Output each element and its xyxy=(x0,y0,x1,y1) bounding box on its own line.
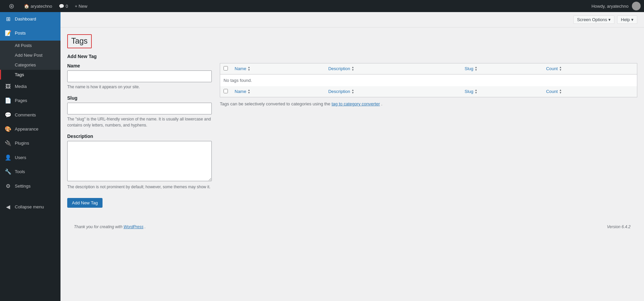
add-new-tag-button[interactable]: Add New Tag xyxy=(67,198,103,208)
sort-name-footer-link[interactable]: Name ▲▼ xyxy=(235,89,250,94)
add-new-heading: Add New Tag xyxy=(67,54,637,59)
sidebar-item-media[interactable]: 🖼 Media xyxy=(0,80,61,94)
submenu-all-posts[interactable]: All Posts xyxy=(0,41,61,50)
count-sort-arrows: ▲▼ xyxy=(559,66,562,71)
screen-options-button[interactable]: Screen Options ▾ xyxy=(573,15,615,24)
sort-slug-footer-link[interactable]: Slug ▲▼ xyxy=(465,89,477,94)
name-input[interactable] xyxy=(67,70,212,82)
col-footer-name: Name ▲▼ xyxy=(231,86,325,97)
tags-table: Name ▲▼ Description ▲▼ xyxy=(220,63,637,97)
sidebar-item-plugins[interactable]: 🔌 Plugins xyxy=(0,136,61,150)
submenu-add-new-post[interactable]: Add New Post xyxy=(0,50,61,60)
col-header-name: Name ▲▼ xyxy=(231,63,325,74)
screen-options-arrow-icon: ▾ xyxy=(608,17,611,22)
sort-name-link[interactable]: Name ▲▼ xyxy=(235,66,250,71)
comment-icon: 💬 xyxy=(59,4,64,9)
sort-slug-link[interactable]: Slug ▲▼ xyxy=(465,66,477,71)
comments-item[interactable]: 💬 0 xyxy=(56,0,71,12)
description-textarea[interactable] xyxy=(67,141,212,181)
footer-thank-you: Thank you for creating with xyxy=(74,224,122,229)
sidebar-item-label: Posts xyxy=(15,30,26,36)
col-header-slug: Slug ▲▼ xyxy=(461,63,542,74)
users-icon: 👤 xyxy=(5,154,11,161)
submenu-tags[interactable]: Tags xyxy=(0,70,61,80)
plugins-icon: 🔌 xyxy=(5,140,11,147)
sidebar-item-tools[interactable]: 🔧 Tools xyxy=(0,165,61,179)
help-button[interactable]: Help ▾ xyxy=(617,15,637,24)
sort-count-link[interactable]: Count ▲▼ xyxy=(546,66,562,71)
wp-footer: Thank you for creating with WordPress . … xyxy=(67,221,637,233)
new-label: + New xyxy=(75,4,87,9)
sidebar: ⊞ Dashboard 📝 Posts All Posts Add New Po… xyxy=(0,12,61,301)
sidebar-item-label: Tools xyxy=(15,169,25,175)
new-item[interactable]: + New xyxy=(72,0,90,12)
settings-icon: ⚙ xyxy=(5,183,11,190)
sidebar-item-label: Plugins xyxy=(15,140,29,146)
col-header-count: Count ▲▼ xyxy=(543,63,637,74)
description-hint: The description is not prominent by defa… xyxy=(67,184,212,190)
sidebar-item-label: Dashboard xyxy=(15,16,36,22)
wp-logo-icon: ⊛ xyxy=(6,2,17,10)
page-title: Tags xyxy=(67,34,92,48)
site-name-item[interactable]: 🏠 aryatechno xyxy=(21,0,55,12)
top-header: Screen Options ▾ Help ▾ xyxy=(61,12,644,28)
site-name: aryatechno xyxy=(31,4,52,9)
version-text: Version 6.4.2 xyxy=(607,224,631,229)
help-label: Help xyxy=(621,17,630,22)
wordpress-link[interactable]: WordPress xyxy=(123,224,143,229)
col-description-footer-label: Description xyxy=(328,89,350,94)
slug-group: Slug The "slug" is the URL-friendly vers… xyxy=(67,95,212,128)
sidebar-item-label: Media xyxy=(15,84,27,90)
col-footer-description: Description ▲▼ xyxy=(325,86,461,97)
slug-sort-arrows: ▲▼ xyxy=(475,66,477,71)
sidebar-item-dashboard[interactable]: ⊞ Dashboard xyxy=(0,12,61,26)
help-arrow-icon: ▾ xyxy=(631,17,634,22)
sidebar-item-appearance[interactable]: 🎨 Appearance xyxy=(0,122,61,136)
name-group: Name The name is how it appears on your … xyxy=(67,63,212,90)
media-icon: 🖼 xyxy=(5,83,11,90)
wp-logo-item[interactable]: ⊛ xyxy=(3,0,20,12)
tag-to-category-link[interactable]: tag to category converter xyxy=(331,101,380,106)
posts-submenu: All Posts Add New Post Categories Tags xyxy=(0,41,61,80)
col-count-label: Count xyxy=(546,66,558,71)
content-area: Name The name is how it appears on your … xyxy=(67,63,637,208)
footer-text-end: . xyxy=(381,101,383,106)
collapse-menu-button[interactable]: ◀ Collapse menu xyxy=(0,200,61,214)
screen-options-label: Screen Options xyxy=(577,17,607,22)
select-all-footer-checkbox[interactable] xyxy=(224,89,228,93)
name-sort-arrows: ▲▼ xyxy=(248,66,250,71)
col-footer-checkbox xyxy=(220,86,232,97)
sidebar-item-users[interactable]: 👤 Users xyxy=(0,151,61,165)
sidebar-item-posts[interactable]: 📝 Posts xyxy=(0,26,61,40)
sidebar-item-label: Comments xyxy=(15,112,36,118)
description-footer-sort-arrows: ▲▼ xyxy=(352,89,354,94)
sort-description-footer-link[interactable]: Description ▲▼ xyxy=(328,89,354,94)
no-items-cell: No tags found. xyxy=(220,74,637,86)
slug-input[interactable] xyxy=(67,103,212,114)
slug-hint: The "slug" is the URL-friendly version o… xyxy=(67,116,212,128)
slug-label: Slug xyxy=(67,95,212,101)
col-slug-label: Slug xyxy=(465,66,473,71)
no-items-row: No tags found. xyxy=(220,74,637,86)
sidebar-item-settings[interactable]: ⚙ Settings xyxy=(0,179,61,193)
dashboard-icon: ⊞ xyxy=(5,15,11,23)
sidebar-item-comments[interactable]: 💬 Comments xyxy=(0,108,61,122)
description-label: Description xyxy=(67,134,212,139)
col-name-footer-label: Name xyxy=(235,89,246,94)
sort-count-footer-link[interactable]: Count ▲▼ xyxy=(546,89,562,94)
sidebar-item-pages[interactable]: 📄 Pages xyxy=(0,94,61,108)
sort-description-link[interactable]: Description ▲▼ xyxy=(328,66,354,71)
collapse-icon: ◀ xyxy=(5,203,11,211)
comments-icon: 💬 xyxy=(5,111,11,119)
howdy-text: Howdy, aryatechno xyxy=(592,4,629,9)
description-group: Description The description is not promi… xyxy=(67,134,212,190)
avatar xyxy=(632,2,641,10)
main-content: Screen Options ▾ Help ▾ Tags Add New Tag… xyxy=(61,12,644,301)
submenu-categories[interactable]: Categories xyxy=(0,60,61,70)
col-name-label: Name xyxy=(235,66,246,71)
col-header-description: Description ▲▼ xyxy=(325,63,461,74)
footer-credit: Thank you for creating with WordPress . xyxy=(74,224,146,229)
tools-icon: 🔧 xyxy=(5,168,11,175)
slug-footer-sort-arrows: ▲▼ xyxy=(475,89,477,94)
select-all-checkbox[interactable] xyxy=(224,66,228,70)
